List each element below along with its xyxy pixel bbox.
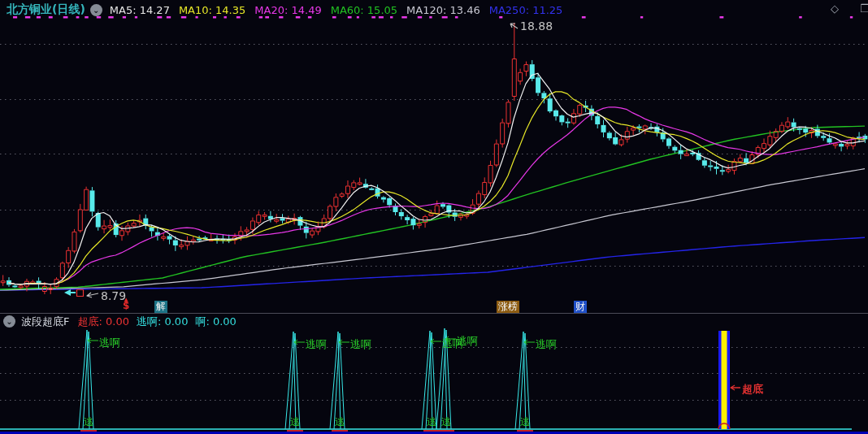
escape-top-label-1: 逃啊 [306, 337, 327, 352]
indicator-name: 波段超底F [21, 315, 69, 329]
indicator-value-0: 超底: 0.00 [77, 315, 128, 329]
escape-top-label-0: 逃啊 [99, 336, 120, 350]
ma-value-5: MA250: 11.25 [489, 4, 563, 16]
ma-value-0: MA5: 14.27 [110, 4, 170, 16]
stock-title: 北方铜业(日线) [7, 2, 85, 17]
escape-bottom-label-0: 逃 [84, 415, 93, 429]
low-price-label: 8.79 [101, 289, 126, 302]
panel-icon[interactable]: ❐ [860, 2, 868, 15]
escape-bottom-label-4: 逃 [441, 415, 451, 429]
ma-values: MA5: 14.27MA10: 14.35MA20: 14.49MA60: 15… [110, 4, 563, 16]
top-bar: 北方铜业(日线) ⌄ MA5: 14.27MA10: 14.35MA20: 14… [0, 0, 868, 20]
ma-value-3: MA60: 15.05 [331, 4, 397, 16]
escape-top-label-4: 逃啊 [457, 334, 478, 349]
indicator-value-1: 逃啊: 0.00 [137, 315, 188, 329]
escape-bottom-label-2: 逃 [335, 415, 345, 429]
ma-value-2: MA20: 14.49 [254, 4, 321, 16]
chevron-down-icon[interactable]: ⌄ [90, 4, 102, 16]
escape-top-label-2: 逃啊 [350, 337, 371, 352]
escape-top-label-5: 逃啊 [536, 337, 557, 352]
chevron-down-icon[interactable]: ⌄ [3, 315, 15, 328]
indicator-header: ⌄ 波段超底F 超底: 0.00逃啊: 0.00啊: 0.00 [0, 315, 868, 328]
escape-bottom-label-1: 逃 [290, 415, 300, 429]
chart-canvas[interactable] [0, 0, 868, 434]
escape-bottom-label-3: 逃 [427, 415, 436, 429]
chaodi-label: 超底 [742, 382, 763, 397]
escape-bottom-label-5: 逃 [520, 415, 530, 429]
cai-badge[interactable]: 财 [574, 301, 587, 313]
ma-value-1: MA10: 14.35 [179, 4, 245, 16]
indicator-value-2: 啊: 0.00 [195, 315, 236, 329]
ma-value-4: MA120: 13.46 [406, 4, 480, 16]
rank-badge[interactable]: 涨榜 [497, 301, 519, 313]
high-price-label: 18.88 [520, 20, 553, 33]
mid-toolbar: ▲$解涨榜财 [0, 300, 868, 313]
jie-badge[interactable]: 解 [154, 301, 167, 313]
indicator-values: 超底: 0.00逃啊: 0.00啊: 0.00 [77, 315, 236, 329]
diamond-icon[interactable]: ◇ [831, 2, 839, 15]
